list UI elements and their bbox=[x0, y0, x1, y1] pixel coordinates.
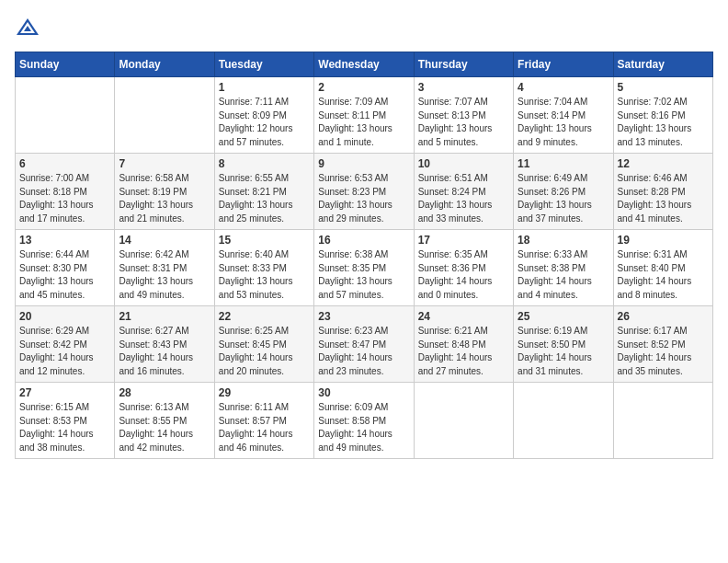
day-info: Sunrise: 6:46 AMSunset: 8:28 PMDaylight:… bbox=[618, 172, 709, 225]
day-number: 6 bbox=[19, 157, 110, 170]
day-number: 13 bbox=[19, 234, 110, 247]
calendar-cell: 4Sunrise: 7:04 AMSunset: 8:14 PMDaylight… bbox=[514, 77, 613, 154]
day-info: Sunrise: 6:27 AMSunset: 8:43 PMDaylight:… bbox=[119, 325, 210, 378]
day-info: Sunrise: 6:17 AMSunset: 8:52 PMDaylight:… bbox=[618, 325, 709, 378]
calendar-cell: 3Sunrise: 7:07 AMSunset: 8:13 PMDaylight… bbox=[414, 77, 513, 154]
calendar-cell: 22Sunrise: 6:25 AMSunset: 8:45 PMDayligh… bbox=[214, 306, 313, 383]
logo bbox=[15, 15, 44, 40]
day-info: Sunrise: 6:42 AMSunset: 8:31 PMDaylight:… bbox=[119, 248, 210, 302]
weekday-header-monday: Monday bbox=[115, 52, 214, 77]
day-info: Sunrise: 6:31 AMSunset: 8:40 PMDaylight:… bbox=[618, 248, 709, 302]
calendar-cell: 8Sunrise: 6:55 AMSunset: 8:21 PMDaylight… bbox=[214, 154, 313, 230]
calendar-cell bbox=[16, 77, 115, 154]
day-info: Sunrise: 6:38 AMSunset: 8:35 PMDaylight:… bbox=[318, 248, 409, 302]
calendar-cell: 21Sunrise: 6:27 AMSunset: 8:43 PMDayligh… bbox=[115, 306, 214, 383]
day-number: 24 bbox=[418, 310, 509, 323]
calendar-cell: 30Sunrise: 6:09 AMSunset: 8:58 PMDayligh… bbox=[314, 383, 414, 459]
day-number: 8 bbox=[219, 157, 310, 170]
calendar-cell bbox=[613, 383, 712, 459]
day-number: 27 bbox=[19, 386, 110, 399]
page-header bbox=[15, 15, 713, 40]
calendar-cell: 2Sunrise: 7:09 AMSunset: 8:11 PMDaylight… bbox=[314, 77, 414, 154]
day-info: Sunrise: 6:53 AMSunset: 8:23 PMDaylight:… bbox=[318, 172, 409, 225]
calendar-cell: 18Sunrise: 6:33 AMSunset: 8:38 PMDayligh… bbox=[514, 230, 613, 306]
calendar-cell: 24Sunrise: 6:21 AMSunset: 8:48 PMDayligh… bbox=[414, 306, 513, 383]
day-info: Sunrise: 6:23 AMSunset: 8:47 PMDaylight:… bbox=[318, 325, 409, 378]
weekday-header-saturday: Saturday bbox=[613, 52, 712, 77]
calendar-cell: 25Sunrise: 6:19 AMSunset: 8:50 PMDayligh… bbox=[514, 306, 613, 383]
calendar-cell: 11Sunrise: 6:49 AMSunset: 8:26 PMDayligh… bbox=[514, 154, 613, 230]
weekday-header-sunday: Sunday bbox=[16, 52, 115, 77]
day-info: Sunrise: 7:04 AMSunset: 8:14 PMDaylight:… bbox=[518, 96, 609, 149]
logo-icon bbox=[15, 15, 40, 40]
day-number: 23 bbox=[318, 310, 409, 323]
calendar-cell: 16Sunrise: 6:38 AMSunset: 8:35 PMDayligh… bbox=[314, 230, 414, 306]
day-info: Sunrise: 6:58 AMSunset: 8:19 PMDaylight:… bbox=[119, 172, 210, 225]
calendar-cell: 14Sunrise: 6:42 AMSunset: 8:31 PMDayligh… bbox=[115, 230, 214, 306]
day-info: Sunrise: 6:40 AMSunset: 8:33 PMDaylight:… bbox=[219, 248, 310, 302]
day-number: 5 bbox=[618, 81, 709, 94]
day-number: 9 bbox=[318, 157, 409, 170]
day-number: 4 bbox=[518, 81, 609, 94]
day-number: 12 bbox=[618, 157, 709, 170]
weekday-header-thursday: Thursday bbox=[414, 52, 513, 77]
day-number: 20 bbox=[19, 310, 110, 323]
day-info: Sunrise: 6:11 AMSunset: 8:57 PMDaylight:… bbox=[219, 401, 310, 454]
calendar-week-row: 1Sunrise: 7:11 AMSunset: 8:09 PMDaylight… bbox=[16, 77, 713, 154]
calendar-week-row: 27Sunrise: 6:15 AMSunset: 8:53 PMDayligh… bbox=[16, 383, 713, 459]
day-number: 16 bbox=[318, 234, 409, 247]
day-number: 19 bbox=[618, 234, 709, 247]
day-number: 30 bbox=[318, 386, 409, 399]
day-info: Sunrise: 7:00 AMSunset: 8:18 PMDaylight:… bbox=[19, 172, 110, 225]
day-info: Sunrise: 6:15 AMSunset: 8:53 PMDaylight:… bbox=[19, 401, 110, 454]
calendar-cell: 29Sunrise: 6:11 AMSunset: 8:57 PMDayligh… bbox=[214, 383, 313, 459]
calendar-cell: 13Sunrise: 6:44 AMSunset: 8:30 PMDayligh… bbox=[16, 230, 115, 306]
day-info: Sunrise: 7:02 AMSunset: 8:16 PMDaylight:… bbox=[618, 96, 709, 149]
day-number: 1 bbox=[219, 81, 310, 94]
calendar-cell bbox=[414, 383, 513, 459]
weekday-header-friday: Friday bbox=[514, 52, 613, 77]
day-number: 28 bbox=[119, 386, 210, 399]
calendar-cell: 9Sunrise: 6:53 AMSunset: 8:23 PMDaylight… bbox=[314, 154, 414, 230]
calendar-cell: 15Sunrise: 6:40 AMSunset: 8:33 PMDayligh… bbox=[214, 230, 313, 306]
calendar-cell: 12Sunrise: 6:46 AMSunset: 8:28 PMDayligh… bbox=[613, 154, 712, 230]
calendar-week-row: 6Sunrise: 7:00 AMSunset: 8:18 PMDaylight… bbox=[16, 154, 713, 230]
day-number: 21 bbox=[119, 310, 210, 323]
day-number: 11 bbox=[518, 157, 609, 170]
day-info: Sunrise: 6:55 AMSunset: 8:21 PMDaylight:… bbox=[219, 172, 310, 225]
calendar-cell: 20Sunrise: 6:29 AMSunset: 8:42 PMDayligh… bbox=[16, 306, 115, 383]
calendar-cell: 19Sunrise: 6:31 AMSunset: 8:40 PMDayligh… bbox=[613, 230, 712, 306]
calendar-cell bbox=[514, 383, 613, 459]
calendar-table: SundayMondayTuesdayWednesdayThursdayFrid… bbox=[15, 52, 713, 459]
day-number: 14 bbox=[119, 234, 210, 247]
day-info: Sunrise: 6:44 AMSunset: 8:30 PMDaylight:… bbox=[19, 248, 110, 302]
day-number: 15 bbox=[219, 234, 310, 247]
calendar-week-row: 13Sunrise: 6:44 AMSunset: 8:30 PMDayligh… bbox=[16, 230, 713, 306]
calendar-cell bbox=[115, 77, 214, 154]
weekday-header-tuesday: Tuesday bbox=[214, 52, 313, 77]
day-info: Sunrise: 6:25 AMSunset: 8:45 PMDaylight:… bbox=[219, 325, 310, 378]
day-number: 26 bbox=[618, 310, 709, 323]
day-info: Sunrise: 6:33 AMSunset: 8:38 PMDaylight:… bbox=[518, 248, 609, 302]
calendar-cell: 1Sunrise: 7:11 AMSunset: 8:09 PMDaylight… bbox=[214, 77, 313, 154]
day-info: Sunrise: 6:49 AMSunset: 8:26 PMDaylight:… bbox=[518, 172, 609, 225]
calendar-cell: 23Sunrise: 6:23 AMSunset: 8:47 PMDayligh… bbox=[314, 306, 414, 383]
weekday-header-wednesday: Wednesday bbox=[314, 52, 414, 77]
weekday-header-row: SundayMondayTuesdayWednesdayThursdayFrid… bbox=[16, 52, 713, 77]
day-info: Sunrise: 6:35 AMSunset: 8:36 PMDaylight:… bbox=[418, 248, 509, 302]
day-info: Sunrise: 7:09 AMSunset: 8:11 PMDaylight:… bbox=[318, 96, 409, 149]
day-info: Sunrise: 7:07 AMSunset: 8:13 PMDaylight:… bbox=[418, 96, 509, 149]
calendar-week-row: 20Sunrise: 6:29 AMSunset: 8:42 PMDayligh… bbox=[16, 306, 713, 383]
day-number: 2 bbox=[318, 81, 409, 94]
calendar-cell: 7Sunrise: 6:58 AMSunset: 8:19 PMDaylight… bbox=[115, 154, 214, 230]
calendar-cell: 17Sunrise: 6:35 AMSunset: 8:36 PMDayligh… bbox=[414, 230, 513, 306]
day-info: Sunrise: 6:51 AMSunset: 8:24 PMDaylight:… bbox=[418, 172, 509, 225]
day-info: Sunrise: 6:09 AMSunset: 8:58 PMDaylight:… bbox=[318, 401, 409, 454]
day-info: Sunrise: 7:11 AMSunset: 8:09 PMDaylight:… bbox=[219, 96, 310, 149]
day-number: 25 bbox=[518, 310, 609, 323]
day-number: 17 bbox=[418, 234, 509, 247]
calendar-cell: 10Sunrise: 6:51 AMSunset: 8:24 PMDayligh… bbox=[414, 154, 513, 230]
calendar-cell: 28Sunrise: 6:13 AMSunset: 8:55 PMDayligh… bbox=[115, 383, 214, 459]
day-number: 29 bbox=[219, 386, 310, 399]
day-number: 3 bbox=[418, 81, 509, 94]
